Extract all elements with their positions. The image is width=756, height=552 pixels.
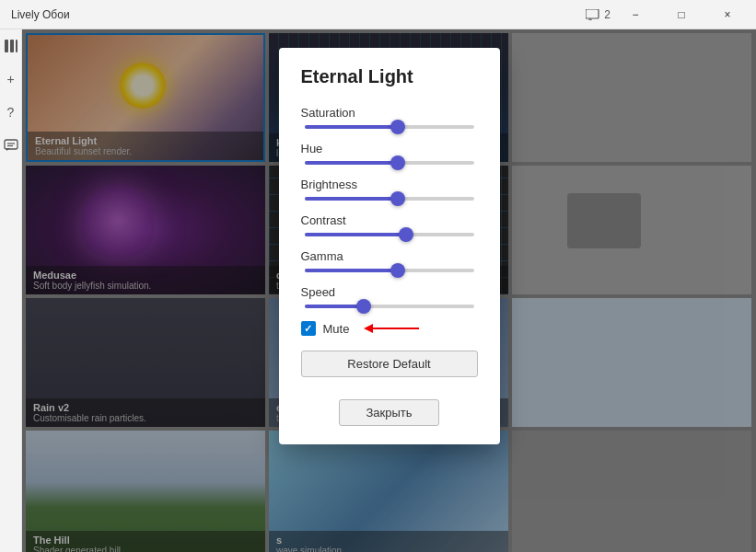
minimize-button[interactable]: − [614, 0, 657, 29]
sidebar: + ? [0, 29, 22, 552]
sidebar-help-icon[interactable]: ? [2, 103, 20, 121]
checkmark-icon: ✓ [304, 323, 312, 335]
monitor-count: 2 [604, 8, 611, 21]
gamma-slider-thumb[interactable] [390, 263, 405, 278]
dialog-footer: Закрыть [301, 399, 478, 426]
mute-row: ✓ Mute [301, 321, 478, 336]
arrow-indicator [364, 324, 419, 333]
arrow-line [373, 328, 419, 329]
saturation-slider-group: Saturation [301, 106, 478, 129]
titlebar: Lively Обои 2 − □ × [0, 0, 756, 29]
contrast-slider-thumb[interactable] [399, 227, 413, 242]
contrast-slider-fill [305, 233, 406, 236]
svg-rect-0 [586, 9, 599, 18]
feedback-svg [4, 139, 18, 152]
gamma-slider-label: Gamma [301, 249, 478, 263]
hue-slider-thumb[interactable] [390, 155, 405, 170]
saturation-slider-thumb[interactable] [390, 120, 405, 134]
arrow-head-icon [364, 324, 373, 333]
close-dialog-button[interactable]: Закрыть [339, 399, 438, 426]
svg-rect-5 [16, 40, 17, 52]
brightness-slider-group: Brightness [301, 178, 478, 201]
sliders-container: SaturationHueBrightnessContrastGammaSpee… [301, 106, 478, 308]
gamma-slider-group: Gamma [301, 249, 478, 272]
monitor-indicator: 2 [586, 8, 611, 21]
sidebar-library-icon[interactable] [2, 37, 20, 55]
contrast-slider-group: Contrast [301, 213, 478, 236]
contrast-slider-track[interactable] [305, 233, 474, 236]
gamma-slider-track[interactable] [305, 269, 474, 272]
saturation-slider-label: Saturation [301, 106, 478, 120]
dialog-overlay: Eternal Light SaturationHueBrightnessCon… [22, 29, 756, 552]
brightness-slider-fill [305, 197, 398, 201]
hue-slider-fill [305, 161, 398, 165]
window-controls: 2 − □ × [586, 0, 749, 29]
restore-default-button[interactable]: Restore Default [301, 351, 478, 377]
hue-slider-track[interactable] [305, 161, 474, 165]
maximize-button[interactable]: □ [660, 0, 703, 29]
hue-slider-label: Hue [301, 142, 478, 155]
app-body: + ? Eternal Light Beautiful sunset rende… [0, 29, 756, 552]
mute-label: Mute [323, 322, 350, 336]
sidebar-add-icon[interactable]: + [2, 70, 20, 88]
brightness-slider-track[interactable] [305, 197, 474, 201]
svg-rect-3 [5, 40, 8, 52]
speed-slider-label: Speed [301, 285, 478, 299]
speed-slider-group: Speed [301, 285, 478, 308]
saturation-slider-fill [305, 125, 398, 129]
speed-slider-track[interactable] [305, 305, 474, 308]
app-title: Lively Обои [7, 8, 70, 21]
brightness-slider-label: Brightness [301, 178, 478, 191]
dialog-title: Eternal Light [301, 66, 478, 87]
svg-rect-4 [10, 40, 14, 52]
contrast-slider-label: Contrast [301, 213, 478, 227]
close-button[interactable]: × [706, 0, 749, 29]
speed-slider-thumb[interactable] [356, 299, 371, 314]
gamma-slider-fill [305, 269, 398, 272]
gallery-background: Eternal Light Beautiful sunset render. k… [22, 29, 756, 552]
library-svg [4, 39, 18, 53]
speed-slider-fill [305, 305, 364, 308]
settings-dialog: Eternal Light SaturationHueBrightnessCon… [279, 48, 500, 444]
svg-rect-6 [5, 140, 17, 149]
hue-slider-group: Hue [301, 142, 478, 165]
monitor-icon [586, 9, 600, 20]
sidebar-feedback-icon[interactable] [2, 136, 20, 155]
mute-checkbox[interactable]: ✓ [301, 321, 316, 336]
saturation-slider-track[interactable] [305, 125, 474, 129]
brightness-slider-thumb[interactable] [390, 191, 405, 206]
